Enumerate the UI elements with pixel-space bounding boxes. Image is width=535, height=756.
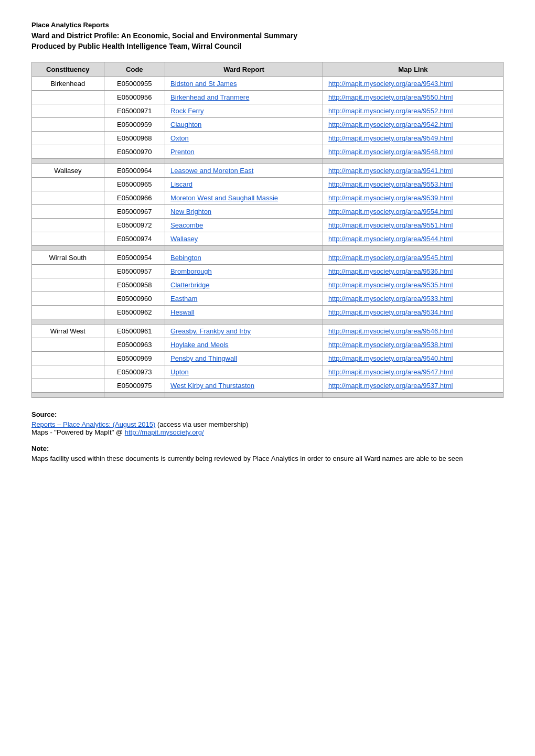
map-link[interactable]: http://mapit.mysociety.org/area/9534.htm…: [328, 308, 453, 316]
ward-link[interactable]: Bromborough: [170, 267, 212, 275]
cell-code: E05000967: [104, 205, 165, 219]
table-row: E05000966Moreton West and Saughall Massi…: [32, 191, 504, 205]
ward-link[interactable]: Hoylake and Meols: [170, 341, 229, 349]
map-link[interactable]: http://mapit.mysociety.org/area/9537.htm…: [328, 382, 453, 390]
ward-link[interactable]: Pensby and Thingwall: [170, 354, 237, 362]
map-link[interactable]: http://mapit.mysociety.org/area/9540.htm…: [328, 354, 453, 362]
cell-constituency: [32, 365, 104, 379]
cell-ward: Upton: [165, 365, 323, 379]
cell-code: E05000957: [104, 265, 165, 278]
ward-link[interactable]: Moreton West and Saughall Massie: [170, 194, 278, 202]
cell-code: E05000968: [104, 132, 165, 145]
cell-ward: Bidston and St James: [165, 77, 323, 91]
separator-row: [32, 393, 504, 398]
map-link[interactable]: http://mapit.mysociety.org/area/9543.htm…: [328, 80, 453, 88]
cell-constituency: [32, 191, 104, 205]
map-link[interactable]: http://mapit.mysociety.org/area/9547.htm…: [328, 368, 453, 376]
map-link[interactable]: http://mapit.mysociety.org/area/9546.htm…: [328, 327, 453, 335]
ward-link[interactable]: Eastham: [170, 295, 197, 303]
ward-link[interactable]: Oxton: [170, 134, 189, 142]
ward-link[interactable]: New Brighton: [170, 208, 211, 215]
separator-cell: [323, 159, 503, 164]
cell-map: http://mapit.mysociety.org/area/9553.htm…: [323, 178, 503, 191]
cell-constituency: [32, 278, 104, 292]
source-maps-line: Maps - "Powered by MapIt" @ http://mapit…: [31, 428, 504, 436]
ward-link[interactable]: Clatterbridge: [170, 281, 209, 289]
ward-link[interactable]: Claughton: [170, 121, 201, 128]
separator-cell: [323, 319, 503, 325]
map-link[interactable]: http://mapit.mysociety.org/area/9535.htm…: [328, 281, 453, 289]
separator-row: [32, 246, 504, 251]
ward-link[interactable]: Upton: [170, 368, 189, 376]
map-link[interactable]: http://mapit.mysociety.org/area/9552.htm…: [328, 107, 453, 115]
separator-cell: [323, 393, 503, 398]
ward-link[interactable]: Leasowe and Moreton East: [170, 167, 253, 175]
map-link[interactable]: http://mapit.mysociety.org/area/9533.htm…: [328, 295, 453, 303]
separator-row: [32, 159, 504, 164]
separator-cell: [32, 159, 104, 164]
ward-link[interactable]: Birkenhead and Tranmere: [170, 93, 249, 101]
cell-code: E05000972: [104, 219, 165, 232]
separator-cell: [165, 246, 323, 251]
ward-link[interactable]: Heswall: [170, 308, 195, 316]
separator-cell: [323, 246, 503, 251]
ward-link[interactable]: Wallasey: [170, 235, 198, 243]
cell-ward: Prenton: [165, 145, 323, 159]
ward-link[interactable]: Greasby, Frankby and Irby: [170, 327, 251, 335]
cell-code: E05000964: [104, 164, 165, 178]
source-reports-link[interactable]: Reports – Place Analytics: (August 2015): [31, 420, 155, 428]
cell-map: http://mapit.mysociety.org/area/9550.htm…: [323, 91, 503, 104]
col-constituency: Constituency: [32, 62, 104, 77]
map-link[interactable]: http://mapit.mysociety.org/area/9539.htm…: [328, 194, 453, 202]
cell-code: E05000954: [104, 251, 165, 265]
cell-map: http://mapit.mysociety.org/area/9539.htm…: [323, 191, 503, 205]
cell-code: E05000960: [104, 292, 165, 306]
cell-code: E05000970: [104, 145, 165, 159]
map-link[interactable]: http://mapit.mysociety.org/area/9545.htm…: [328, 254, 453, 262]
table-row: E05000962Heswallhttp://mapit.mysociety.o…: [32, 306, 504, 319]
cell-constituency: [32, 352, 104, 365]
cell-map: http://mapit.mysociety.org/area/9544.htm…: [323, 232, 503, 246]
cell-ward: Bromborough: [165, 265, 323, 278]
map-link[interactable]: http://mapit.mysociety.org/area/9548.htm…: [328, 148, 453, 156]
cell-constituency: Wirral West: [32, 325, 104, 338]
cell-map: http://mapit.mysociety.org/area/9546.htm…: [323, 325, 503, 338]
separator-cell: [104, 393, 165, 398]
separator-cell: [104, 319, 165, 325]
col-code: Code: [104, 62, 165, 77]
source-maps-link[interactable]: http://mapit.mysociety.org/: [125, 428, 204, 436]
ward-link[interactable]: Prenton: [170, 148, 195, 156]
map-link[interactable]: http://mapit.mysociety.org/area/9553.htm…: [328, 180, 453, 188]
cell-constituency: [32, 265, 104, 278]
map-link[interactable]: http://mapit.mysociety.org/area/9549.htm…: [328, 134, 453, 142]
ward-link[interactable]: Liscard: [170, 180, 192, 188]
table-row: E05000970Prentonhttp://mapit.mysociety.o…: [32, 145, 504, 159]
cell-code: E05000962: [104, 306, 165, 319]
ward-link[interactable]: Bidston and St James: [170, 80, 237, 88]
map-link[interactable]: http://mapit.mysociety.org/area/9541.htm…: [328, 167, 453, 175]
cell-ward: Bebington: [165, 251, 323, 265]
cell-map: http://mapit.mysociety.org/area/9538.htm…: [323, 338, 503, 352]
table-row: E05000959Claughtonhttp://mapit.mysociety…: [32, 118, 504, 132]
ward-link[interactable]: Rock Ferry: [170, 107, 204, 115]
map-link[interactable]: http://mapit.mysociety.org/area/9550.htm…: [328, 93, 453, 101]
cell-ward: Wallasey: [165, 232, 323, 246]
table-row: Wirral SouthE05000954Bebingtonhttp://map…: [32, 251, 504, 265]
map-link[interactable]: http://mapit.mysociety.org/area/9542.htm…: [328, 121, 453, 128]
cell-constituency: [32, 104, 104, 118]
cell-map: http://mapit.mysociety.org/area/9542.htm…: [323, 118, 503, 132]
cell-constituency: [32, 132, 104, 145]
cell-code: E05000965: [104, 178, 165, 191]
map-link[interactable]: http://mapit.mysociety.org/area/9544.htm…: [328, 235, 453, 243]
separator-cell: [32, 246, 104, 251]
cell-constituency: [32, 219, 104, 232]
map-link[interactable]: http://mapit.mysociety.org/area/9538.htm…: [328, 341, 453, 349]
cell-ward: Pensby and Thingwall: [165, 352, 323, 365]
ward-link[interactable]: Bebington: [170, 254, 201, 262]
ward-link[interactable]: Seacombe: [170, 221, 203, 229]
ward-link[interactable]: West Kirby and Thurstaston: [170, 382, 254, 390]
map-link[interactable]: http://mapit.mysociety.org/area/9536.htm…: [328, 267, 453, 275]
table-row: E05000965Liscardhttp://mapit.mysociety.o…: [32, 178, 504, 191]
map-link[interactable]: http://mapit.mysociety.org/area/9554.htm…: [328, 208, 453, 215]
map-link[interactable]: http://mapit.mysociety.org/area/9551.htm…: [328, 221, 453, 229]
